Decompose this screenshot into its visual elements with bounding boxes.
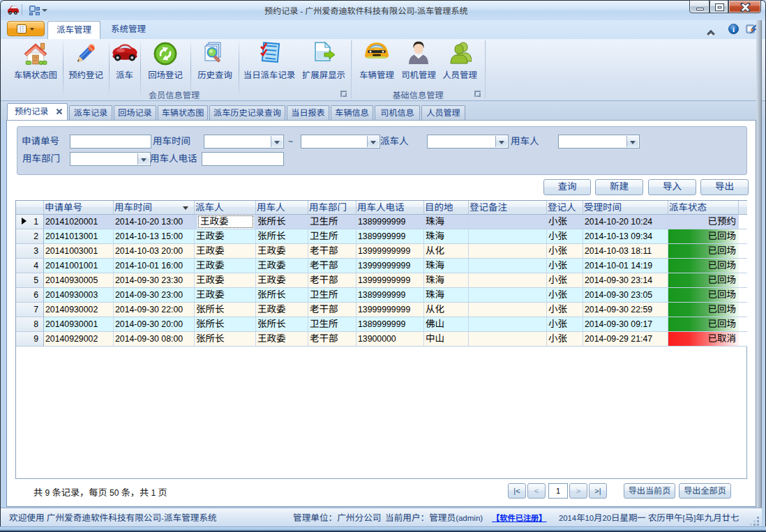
- svg-text:i: i: [733, 25, 735, 33]
